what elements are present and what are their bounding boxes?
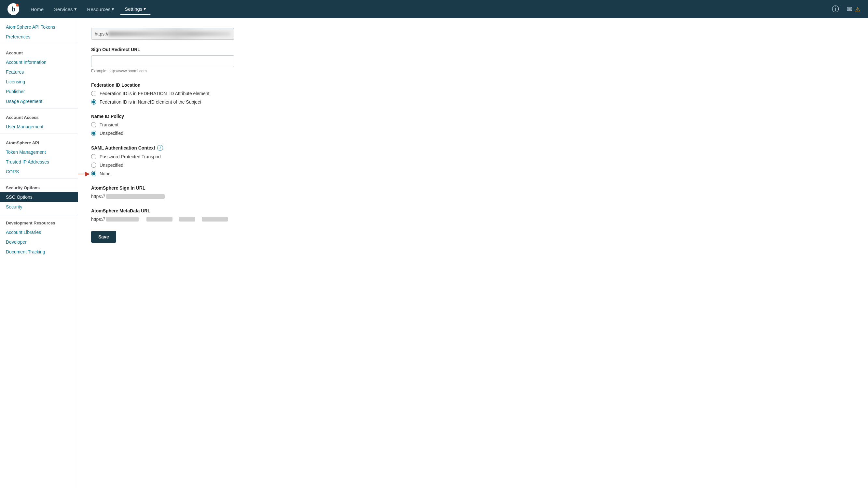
nav-settings[interactable]: Settings ▾ <box>120 3 151 15</box>
nav-services[interactable]: Services ▾ <box>50 4 81 15</box>
atomsphere-sign-in-url-label: AtomSphere Sign In URL <box>91 185 855 191</box>
saml-radio-wrapper: Password Protected Transport Unspecified… <box>91 154 855 176</box>
sidebar-section-account-access: Account Access <box>0 110 78 122</box>
top-url-section: https:// <box>91 28 855 40</box>
saml-password-protected-option[interactable]: Password Protected Transport <box>91 154 855 159</box>
sidebar-divider-1 <box>0 44 78 44</box>
sidebar-divider-5 <box>0 214 78 214</box>
saml-password-protected-radio[interactable] <box>91 154 96 159</box>
logo-dot <box>16 4 19 6</box>
sidebar-item-usage-agreement[interactable]: Usage Agreement <box>0 96 78 106</box>
nav-right: ⓘ ✉ ⚠ <box>831 3 862 15</box>
sidebar-section-dev-resources: Development Resources <box>0 216 78 227</box>
sidebar-item-publisher[interactable]: Publisher <box>0 87 78 96</box>
sidebar-section-atomsphere-api: AtomSphere API <box>0 136 78 147</box>
saml-unspecified-radio[interactable] <box>91 163 96 168</box>
sidebar-item-sso-options[interactable]: SSO Options <box>0 192 78 202</box>
warning-badge: ⚠ <box>855 6 860 13</box>
sign-in-url-blurred <box>106 194 165 199</box>
federation-id-radio-group: Federation ID is in FEDERATION_ID Attrib… <box>91 91 855 105</box>
saml-none-label: None <box>100 171 110 176</box>
federation-id-option-1[interactable]: Federation ID is in FEDERATION_ID Attrib… <box>91 91 855 96</box>
save-button[interactable]: Save <box>91 231 116 243</box>
name-id-transient-option[interactable]: Transient <box>91 122 855 127</box>
sidebar-item-account-libraries[interactable]: Account Libraries <box>0 227 78 237</box>
sidebar-item-account-information[interactable]: Account Information <box>0 57 78 67</box>
sidebar-divider-3 <box>0 134 78 134</box>
metadata-url-blurred-2 <box>147 217 173 222</box>
atomsphere-metadata-url-display: https:// <box>91 217 855 222</box>
help-button[interactable]: ⓘ <box>831 3 840 15</box>
name-id-unspecified-label: Unspecified <box>100 131 123 136</box>
metadata-url-blurred-3 <box>179 217 195 222</box>
saml-password-protected-label: Password Protected Transport <box>100 154 161 159</box>
saml-none-option[interactable]: ▶ None <box>91 171 855 176</box>
sign-out-redirect-url-hint: Example: http://www.boomi.com <box>91 69 855 73</box>
sidebar-item-developer[interactable]: Developer <box>0 237 78 247</box>
nav-resources[interactable]: Resources ▾ <box>83 4 119 15</box>
sidebar-item-token-management[interactable]: Token Management <box>0 147 78 157</box>
sidebar-section-account: Account <box>0 46 78 57</box>
sidebar: AtomSphere API Tokens Preferences Accoun… <box>0 18 78 488</box>
mail-icon: ✉ <box>847 5 852 13</box>
sign-out-redirect-url-label: Sign Out Redirect URL <box>91 47 855 52</box>
saml-auth-context-section: SAML Authentication Context i Password P… <box>91 145 855 176</box>
saml-auth-radio-group: Password Protected Transport Unspecified… <box>91 154 855 176</box>
top-url-blurred <box>108 32 231 36</box>
name-id-policy-radio-group: Transient Unspecified <box>91 122 855 136</box>
sidebar-item-preferences[interactable]: Preferences <box>0 32 78 42</box>
logo-circle: b <box>7 3 19 15</box>
federation-id-option-1-label: Federation ID is in FEDERATION_ID Attrib… <box>100 91 209 96</box>
nav-items: Home Services ▾ Resources ▾ Settings ▾ <box>26 3 831 15</box>
help-icon: ⓘ <box>832 5 839 13</box>
name-id-transient-radio[interactable] <box>91 122 96 127</box>
saml-unspecified-label: Unspecified <box>100 163 123 168</box>
atomsphere-metadata-url-section: AtomSphere MetaData URL https:// <box>91 208 855 222</box>
federation-id-radio-1[interactable] <box>91 91 96 96</box>
saml-none-radio[interactable] <box>91 171 96 176</box>
sidebar-divider-2 <box>0 108 78 109</box>
sign-out-redirect-url-section: Sign Out Redirect URL Example: http://ww… <box>91 47 855 73</box>
main-layout: AtomSphere API Tokens Preferences Accoun… <box>0 18 868 488</box>
name-id-unspecified-option[interactable]: Unspecified <box>91 131 855 136</box>
main-content: https:// Sign Out Redirect URL Example: … <box>78 18 868 488</box>
sidebar-section-security-options: Security Options <box>0 181 78 192</box>
top-navigation: b Home Services ▾ Resources ▾ Settings ▾… <box>0 0 868 18</box>
federation-id-option-2-label: Federation ID is in NameID element of th… <box>100 99 201 105</box>
sidebar-divider-4 <box>0 178 78 179</box>
nav-home[interactable]: Home <box>26 4 48 15</box>
name-id-policy-section: Name ID Policy Transient Unspecified <box>91 114 855 136</box>
logo[interactable]: b <box>6 2 20 16</box>
sidebar-item-features[interactable]: Features <box>0 67 78 77</box>
sidebar-item-document-tracking[interactable]: Document Tracking <box>0 247 78 257</box>
top-url-input[interactable]: https:// <box>91 28 234 40</box>
notifications-button[interactable]: ✉ ⚠ <box>845 4 862 15</box>
arrow-indicator: ▶ <box>78 170 90 177</box>
name-id-unspecified-radio[interactable] <box>91 131 96 136</box>
sidebar-item-cors[interactable]: CORS <box>0 167 78 177</box>
federation-id-radio-2[interactable] <box>91 99 96 105</box>
federation-id-location-section: Federation ID Location Federation ID is … <box>91 82 855 105</box>
saml-auth-context-label: SAML Authentication Context i <box>91 145 855 151</box>
saml-unspecified-option[interactable]: Unspecified <box>91 163 855 168</box>
sidebar-item-api-tokens[interactable]: AtomSphere API Tokens <box>0 22 78 32</box>
save-section: Save <box>91 231 855 243</box>
metadata-url-blurred-4 <box>202 217 228 222</box>
atomsphere-sign-in-url-display: https:// <box>91 194 855 199</box>
federation-id-location-label: Federation ID Location <box>91 82 855 88</box>
federation-id-option-2[interactable]: Federation ID is in NameID element of th… <box>91 99 855 105</box>
name-id-transient-label: Transient <box>100 122 119 127</box>
sidebar-item-user-management[interactable]: User Management <box>0 122 78 132</box>
saml-auth-context-info-icon[interactable]: i <box>157 145 163 151</box>
sidebar-item-trusted-ip[interactable]: Trusted IP Addresses <box>0 157 78 167</box>
sign-out-redirect-url-input[interactable] <box>91 55 234 67</box>
atomsphere-metadata-url-label: AtomSphere MetaData URL <box>91 208 855 213</box>
sidebar-item-licensing[interactable]: Licensing <box>0 77 78 87</box>
atomsphere-sign-in-url-section: AtomSphere Sign In URL https:// <box>91 185 855 199</box>
sidebar-item-security[interactable]: Security <box>0 202 78 212</box>
name-id-policy-label: Name ID Policy <box>91 114 855 119</box>
metadata-url-blurred-1 <box>106 217 138 222</box>
